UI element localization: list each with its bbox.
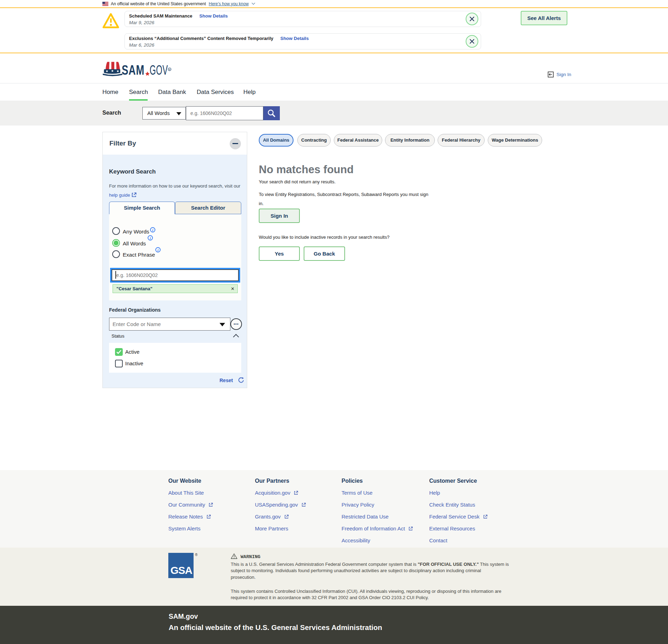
svg-text:R: R <box>169 68 170 71</box>
svg-text:GOV: GOV <box>150 62 168 78</box>
svg-text:SAM: SAM <box>122 62 144 78</box>
svg-text:GSA: GSA <box>170 564 192 576</box>
